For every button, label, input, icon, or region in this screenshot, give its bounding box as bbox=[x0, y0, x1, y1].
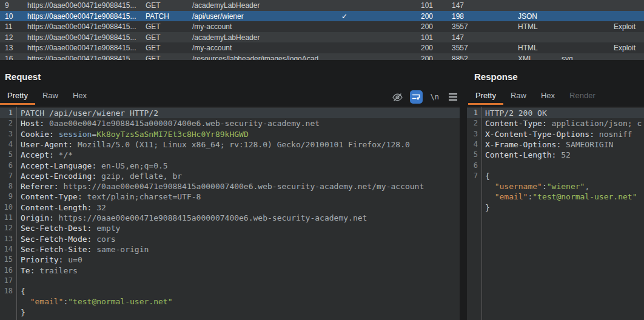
history-row[interactable]: 16https://0aae00e00471e9088415...GET/res… bbox=[0, 53, 644, 61]
line-number: 16 bbox=[0, 265, 13, 276]
row-mime-type: JSON bbox=[518, 11, 537, 22]
row-length: 8852 bbox=[452, 53, 468, 61]
soft-wrap-icon[interactable] bbox=[410, 90, 423, 104]
editor-line: 13Sec-Fetch-Mode: cors bbox=[0, 234, 460, 244]
row-edited-check-icon: ✓ bbox=[341, 11, 347, 22]
history-row[interactable]: 9https://0aae00e00471e9088415...GET/acad… bbox=[0, 0, 644, 11]
line-text: "username":"wiener", bbox=[485, 181, 589, 192]
request-gutter-separator bbox=[16, 107, 17, 320]
line-number: 18 bbox=[0, 286, 13, 296]
editor-menu-icon[interactable] bbox=[447, 90, 460, 104]
line-number: 1 bbox=[0, 108, 13, 118]
row-mime-type: HTML bbox=[518, 21, 538, 32]
line-text: } bbox=[21, 307, 25, 318]
editor-line: "username":"wiener", bbox=[467, 181, 644, 192]
line-text: Host: 0aae00e00471e9088415a000007400e6.w… bbox=[21, 118, 320, 128]
row-length: 147 bbox=[452, 32, 464, 43]
line-text: HTTP/2 200 OK bbox=[485, 108, 547, 118]
line-text: "email":"test@normal-user.net" bbox=[485, 192, 637, 202]
line-text: "email":"test@normal-user.net" bbox=[21, 296, 172, 307]
line-number: 17 bbox=[0, 276, 13, 286]
response-tab-render[interactable]: Render bbox=[562, 88, 603, 105]
row-length: 3557 bbox=[452, 42, 468, 53]
row-status: 200 bbox=[421, 11, 433, 22]
row-length: 147 bbox=[452, 0, 464, 11]
history-row[interactable]: 11https://0aae00e00471e9088415...GET/my-… bbox=[0, 21, 644, 32]
row-status: 101 bbox=[421, 0, 433, 11]
editor-line: 16Te: trailers bbox=[0, 265, 460, 276]
line-number: 1 bbox=[467, 108, 478, 118]
line-text: Accept-Encoding: gzip, deflate, br bbox=[21, 171, 182, 181]
row-url: https://0aae00e00471e9088415... bbox=[27, 21, 136, 32]
row-path: /academyLabHeader bbox=[192, 32, 260, 43]
row-number: 12 bbox=[5, 32, 13, 43]
row-mime-type: XML bbox=[518, 53, 533, 61]
request-editor[interactable]: 1PATCH /api/user/wiener HTTP/22Host: 0aa… bbox=[0, 107, 460, 320]
line-number: 15 bbox=[0, 255, 13, 265]
http-history-table[interactable]: 9https://0aae00e00471e9088415...GET/acad… bbox=[0, 0, 644, 60]
line-number: 6 bbox=[467, 161, 478, 171]
request-tab-raw[interactable]: Raw bbox=[35, 88, 65, 105]
editor-line: 18{ bbox=[0, 286, 460, 296]
request-tab-pretty[interactable]: Pretty bbox=[0, 88, 35, 105]
hide-matching-eye-icon[interactable] bbox=[391, 90, 404, 104]
row-method: GET bbox=[146, 53, 161, 61]
line-number: 6 bbox=[0, 161, 13, 171]
line-number: 7 bbox=[0, 171, 13, 181]
editor-line: 5Content-Length: 52 bbox=[467, 150, 644, 160]
line-text: X-Content-Type-Options: nosniff bbox=[485, 129, 632, 139]
row-url: https://0aae00e00471e9088415... bbox=[27, 32, 136, 43]
response-gutter-separator bbox=[481, 107, 482, 320]
row-method: GET bbox=[146, 21, 161, 32]
editor-line: 7{ bbox=[467, 171, 644, 181]
history-row[interactable]: 10https://0aae00e00471e9088415...PATCH/a… bbox=[0, 11, 644, 22]
line-number: 5 bbox=[0, 150, 13, 160]
line-number: 2 bbox=[0, 118, 13, 128]
line-number: 11 bbox=[0, 213, 13, 223]
row-length: 198 bbox=[452, 11, 464, 22]
row-url: https://0aae00e00471e9088415... bbox=[27, 0, 136, 11]
editor-line: 4X-Frame-Options: SAMEORIGIN bbox=[467, 139, 644, 150]
response-tab-pretty[interactable]: Pretty bbox=[468, 88, 503, 105]
line-text: } bbox=[485, 202, 490, 213]
history-row[interactable]: 12https://0aae00e00471e9088415...GET/aca… bbox=[0, 32, 644, 43]
newline-toggle-icon[interactable]: \n bbox=[428, 90, 441, 104]
row-extension: svg bbox=[562, 53, 573, 61]
editor-line: 3X-Content-Type-Options: nosniff bbox=[467, 129, 644, 139]
line-number: 5 bbox=[467, 150, 478, 160]
editor-line: 17 bbox=[0, 276, 460, 286]
line-text: Sec-Fetch-Site: same-origin bbox=[21, 244, 149, 255]
response-tab-hex[interactable]: Hex bbox=[534, 88, 562, 105]
history-row[interactable]: 13https://0aae00e00471e9088415...GET/my-… bbox=[0, 42, 644, 53]
row-path: /academyLabHeader bbox=[192, 0, 260, 11]
editor-line: 15Priority: u=0 bbox=[0, 255, 460, 265]
row-title: Exploit bbox=[614, 21, 636, 32]
line-text: User-Agent: Mozilla/5.0 (X11; Linux x86_… bbox=[21, 139, 410, 150]
row-length: 3557 bbox=[452, 21, 468, 32]
request-tab-hex[interactable]: Hex bbox=[65, 88, 94, 105]
row-title: Exploit bbox=[614, 42, 636, 53]
request-tabbar: PrettyRawHex bbox=[0, 88, 94, 105]
editor-line: 2Content-Type: application/json; c bbox=[467, 118, 644, 128]
line-text: Te: trailers bbox=[21, 265, 78, 276]
line-text: Accept-Language: en-US,en;q=0.5 bbox=[21, 161, 168, 171]
response-editor[interactable]: 1HTTP/2 200 OK2Content-Type: application… bbox=[467, 107, 644, 320]
row-method: GET bbox=[146, 42, 161, 53]
editor-line: 1PATCH /api/user/wiener HTTP/2 bbox=[0, 108, 460, 118]
response-tab-raw[interactable]: Raw bbox=[503, 88, 534, 105]
line-number: 12 bbox=[0, 223, 13, 233]
line-number: 14 bbox=[0, 244, 13, 255]
editor-line: 6Accept-Language: en-US,en;q=0.5 bbox=[0, 161, 460, 171]
line-text: { bbox=[485, 171, 490, 181]
editor-line: 5Accept: */* bbox=[0, 150, 460, 160]
line-number bbox=[0, 296, 13, 307]
row-number: 16 bbox=[5, 53, 13, 61]
row-status: 200 bbox=[421, 21, 433, 32]
line-text: Content-Type: text/plain;charset=UTF-8 bbox=[21, 192, 201, 202]
line-text: Priority: u=0 bbox=[21, 255, 82, 265]
editor-line: 11Origin: https://0aae00e00471e9088415a0… bbox=[0, 213, 460, 223]
row-path: /my-account bbox=[192, 42, 232, 53]
row-status: 101 bbox=[421, 32, 433, 43]
editor-line: } bbox=[0, 307, 460, 318]
line-text: Referer: https://0aae00e00471e9088415a00… bbox=[21, 181, 424, 192]
